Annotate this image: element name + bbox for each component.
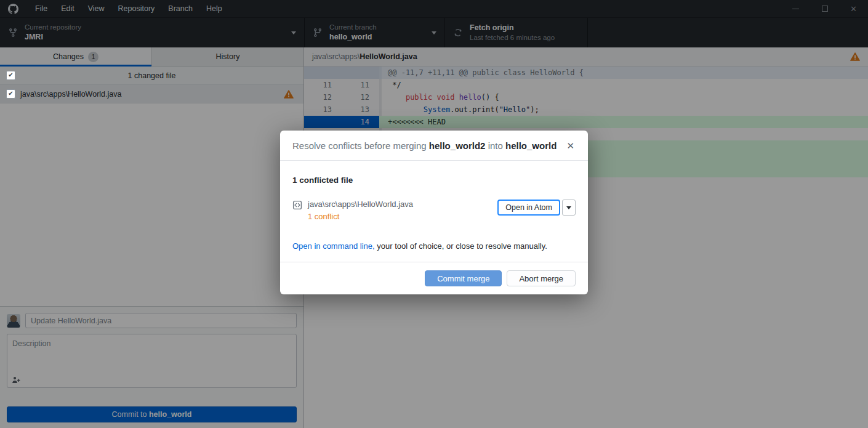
conflicted-file-count: 1 conflicted file [292,176,576,185]
abort-merge-button[interactable]: Abort merge [507,270,576,286]
file-checkbox[interactable]: ✔ [6,89,15,99]
dialog-title: Resolve conflicts before merging hello_w… [292,140,557,151]
conflicted-file-path: java\src\apps\HelloWorld.java [308,200,413,209]
dialog-body: 1 conflicted file java\src\apps\HelloWor… [280,161,588,251]
close-icon: ✕ [566,140,574,151]
github-desktop-window: FileEditViewRepositoryBranchHelp ✕ Curre… [0,0,868,428]
dialog-footer: Commit merge Abort merge [280,262,588,294]
file-code-icon [292,200,302,210]
resolve-hint: Open in command line, your tool of choic… [292,241,576,251]
merge-into-branch: hello_world [505,140,557,151]
open-in-command-line-link[interactable]: Open in command line, [292,241,375,251]
conflict-count-label: 1 conflict [308,212,413,221]
commit-merge-button[interactable]: Commit merge [425,270,502,286]
chevron-down-icon [566,206,571,209]
select-all-checkbox[interactable]: ✔ [6,71,15,80]
dialog-close-button[interactable]: ✕ [565,140,576,151]
conflicted-file-row: java\src\apps\HelloWorld.java 1 conflict… [292,200,576,221]
conflicted-file-info: java\src\apps\HelloWorld.java 1 conflict [308,200,413,221]
file-actions: Open in Atom [497,200,576,216]
open-in-atom-button[interactable]: Open in Atom [497,200,560,216]
resolve-conflicts-dialog: Resolve conflicts before merging hello_w… [280,131,588,294]
open-with-dropdown-button[interactable] [562,200,576,216]
merge-from-branch: hello_world2 [429,140,486,151]
dialog-header: Resolve conflicts before merging hello_w… [280,131,588,161]
